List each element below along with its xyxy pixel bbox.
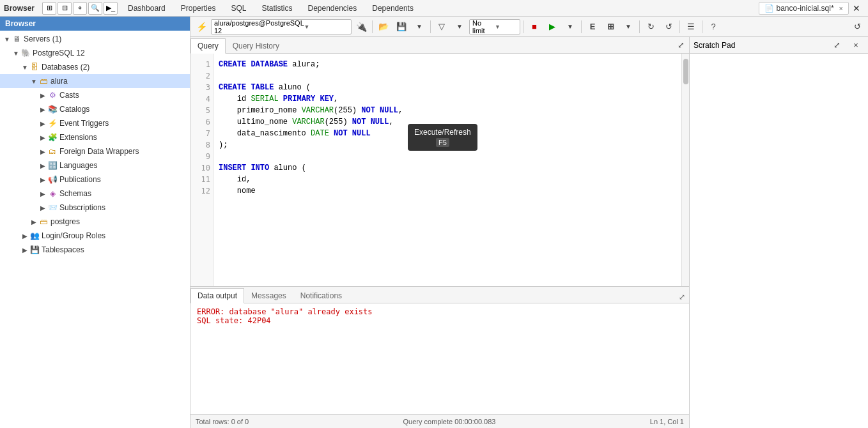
table-icon-btn[interactable]: ⊞ [42, 2, 56, 15]
sidebar-item-postgres-db[interactable]: ▶ 🗃 postgres [0, 215, 190, 229]
pg12-label: PostgreSQL 12 [33, 49, 85, 57]
active-filename: banco-inicial.sql* [777, 4, 834, 13]
code-line-2 [219, 70, 676, 82]
terminal-icon-btn[interactable]: ▶_ [104, 2, 118, 15]
scratch-pad-title: Scratch Pad [694, 41, 735, 50]
commit-btn[interactable]: ↻ [642, 19, 659, 35]
toggle-tablespaces[interactable]: ▶ [20, 245, 29, 254]
sidebar-item-servers[interactable]: ▼ 🖥 Servers (1) [0, 32, 190, 46]
scratch-pad-icons: ⤢ × [828, 37, 864, 54]
sidebar-item-tablespaces[interactable]: ▶ 💾 Tablespaces [0, 243, 190, 257]
stop-btn[interactable]: ■ [526, 19, 543, 35]
sidebar-item-publications[interactable]: ▶ 📢 Publications [0, 172, 190, 187]
toggle-schemas[interactable]: ▶ [38, 189, 47, 198]
file-icon: 📄 [764, 4, 774, 13]
tb-sep-4 [581, 20, 582, 33]
db-connect-btn[interactable]: 🔌 [353, 19, 369, 35]
toggle-publications[interactable]: ▶ [38, 175, 47, 184]
tab-messages[interactable]: Messages [244, 288, 293, 303]
tab-dependencies[interactable]: Dependencies [305, 3, 359, 14]
servers-label: Servers (1) [24, 34, 61, 43]
scratch-pad-expand-btn[interactable]: ⤢ [828, 37, 845, 54]
server-icon: 🖥 [12, 34, 22, 44]
alura-label: alura [50, 77, 68, 86]
editor-tabs: Query Query History ⤢ [190, 37, 689, 54]
sidebar-item-extensions[interactable]: ▶ 🧩 Extensions [0, 130, 190, 144]
scratch-pad-body[interactable] [690, 54, 868, 428]
output-area: Data output Messages Notifications ⤢ ERR… [190, 286, 689, 414]
toggle-databases[interactable]: ▼ [20, 63, 29, 72]
sidebar-item-subscriptions[interactable]: ▶ 📨 Subscriptions [0, 201, 190, 215]
fdw-label: Foreign Data Wrappers [59, 147, 139, 156]
sidebar-item-events[interactable]: ▶ ⚡ Event Triggers [0, 116, 190, 130]
file-close-btn[interactable]: × [839, 4, 843, 12]
grid-icon-btn[interactable]: ⊟ [58, 2, 72, 15]
connection-value: alura/postgres@PostgreSQL 12 [214, 19, 304, 34]
save-dropdown-btn[interactable]: ▼ [411, 19, 428, 35]
tab-properties[interactable]: Properties [178, 3, 219, 14]
tab-dependents[interactable]: Dependents [369, 3, 416, 14]
scratch-pad-close-btn[interactable]: × [848, 37, 864, 54]
run-dropdown-btn[interactable]: ▼ [562, 19, 578, 35]
connection-icon-btn[interactable]: ⚡ [193, 19, 210, 35]
toggle-fdw[interactable]: ▶ [38, 147, 47, 156]
query-complete: Query complete 00:00:00.083 [403, 418, 496, 425]
search-icon-btn[interactable]: 🔍 [88, 2, 102, 15]
toggle-roles[interactable]: ▶ [20, 231, 29, 240]
databases-icon: 🗄 [29, 62, 40, 72]
toggle-casts[interactable]: ▶ [38, 91, 47, 100]
sidebar-item-casts[interactable]: ▶ ⚙ Casts [0, 88, 190, 102]
cursor-icon-btn[interactable]: ⌖ [73, 2, 87, 15]
tab-sql[interactable]: SQL [228, 3, 249, 14]
toggle-catalogs[interactable]: ▶ [38, 105, 47, 114]
toggle-pg12[interactable]: ▼ [12, 49, 20, 57]
editor-scrollbar[interactable] [681, 54, 689, 286]
filter-dropdown-btn[interactable]: ▼ [451, 19, 468, 35]
tab-statistics[interactable]: Statistics [259, 3, 295, 14]
explain-dropdown-btn[interactable]: ▼ [620, 19, 637, 35]
code-editor[interactable]: CREATE DATABASE alura; CREATE TABLE alun… [213, 54, 681, 286]
sidebar-item-postgresql[interactable]: ▼ 🐘 PostgreSQL 12 [0, 46, 190, 60]
toggle-languages[interactable]: ▶ [38, 161, 47, 170]
sidebar-item-languages[interactable]: ▶ 🔠 Languages [0, 158, 190, 172]
open-file-btn[interactable]: 📂 [375, 19, 392, 35]
sidebar-item-catalogs[interactable]: ▶ 📚 Catalogs [0, 102, 190, 116]
sidebar-tree: ▼ 🖥 Servers (1) ▼ 🐘 PostgreSQL 12 ▼ 🗄 Da… [0, 31, 190, 428]
run-btn[interactable]: ▶ [544, 19, 561, 35]
explain-btn[interactable]: E [584, 19, 601, 35]
limit-dropdown[interactable]: No limit ▼ [469, 19, 520, 34]
refresh-btn[interactable]: ↺ [849, 19, 865, 35]
tab-dashboard[interactable]: Dashboard [125, 3, 168, 14]
tb-sep-1 [372, 20, 373, 33]
explain-analyze-btn[interactable]: ⊞ [602, 19, 619, 35]
active-file-tab[interactable]: 📄 banco-inicial.sql* × [759, 2, 849, 15]
sidebar-item-alura[interactable]: ▼ 🗃 alura [0, 74, 190, 88]
sidebar-item-fdw[interactable]: ▶ 🗂 Foreign Data Wrappers [0, 144, 190, 158]
help-btn[interactable]: ? [705, 19, 722, 35]
output-tabs: Data output Messages Notifications ⤢ [190, 287, 689, 303]
sidebar-item-schemas[interactable]: ▶ ◈ Schemas [0, 187, 190, 201]
execute-tooltip: Execute/Refresh F5 [408, 124, 477, 151]
toggle-postgres-db[interactable]: ▶ [29, 217, 38, 226]
tab-notifications[interactable]: Notifications [293, 288, 349, 303]
toggle-servers[interactable]: ▼ [3, 34, 12, 43]
toggle-subscriptions[interactable]: ▶ [38, 203, 47, 212]
toggle-alura[interactable]: ▼ [29, 77, 38, 86]
filter-btn[interactable]: ▽ [433, 19, 450, 35]
macros-btn[interactable]: ☰ [683, 19, 699, 35]
toggle-events[interactable]: ▶ [38, 119, 47, 128]
publications-icon: 📢 [47, 174, 58, 185]
toggle-extensions[interactable]: ▶ [38, 133, 47, 142]
tab-query[interactable]: Query [190, 38, 226, 54]
window-close-btn[interactable]: ✕ [849, 3, 864, 13]
connection-dropdown[interactable]: alura/postgres@PostgreSQL 12 ▼ [211, 19, 352, 34]
tab-data-output[interactable]: Data output [190, 288, 244, 303]
sidebar-item-databases[interactable]: ▼ 🗄 Databases (2) [0, 60, 190, 74]
tab-query-history[interactable]: Query History [226, 38, 286, 53]
scratch-pad: Scratch Pad ⤢ × [689, 37, 868, 428]
expand-editor-btn[interactable]: ⤢ [672, 37, 689, 53]
rollback-btn[interactable]: ↺ [660, 19, 677, 35]
output-expand-btn[interactable]: ⤢ [675, 291, 689, 303]
sidebar-item-roles[interactable]: ▶ 👥 Login/Group Roles [0, 229, 190, 243]
save-btn[interactable]: 💾 [393, 19, 410, 35]
